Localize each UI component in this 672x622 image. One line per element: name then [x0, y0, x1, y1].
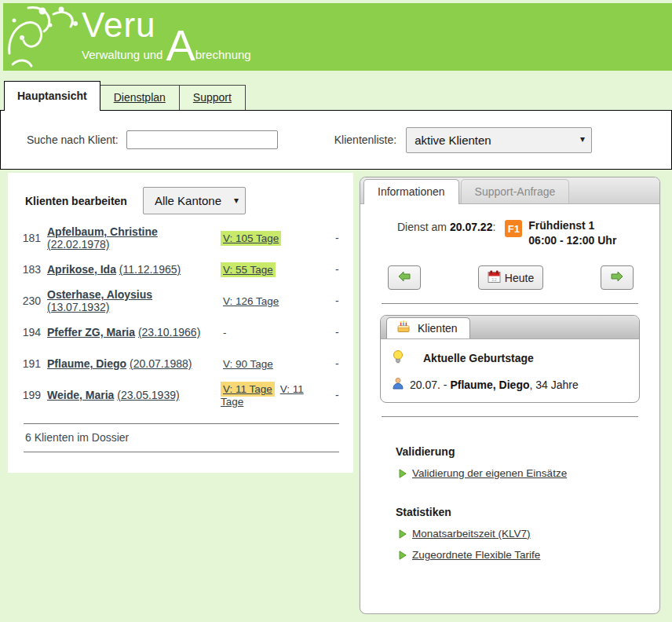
- tab-support[interactable]: Support: [180, 85, 246, 110]
- client-list-select[interactable]: aktive Klienten: [406, 127, 592, 153]
- client-id: 194: [23, 326, 41, 338]
- statistiken-link-row: Zugeordnete Flexible Tarife: [399, 549, 640, 561]
- today-button[interactable]: 12 Heute: [478, 265, 543, 290]
- info-panel: Informationen Support-Anfrage Dienst am …: [360, 177, 660, 614]
- green-triangle-icon: [399, 529, 407, 539]
- validierung-link-row: Validierung der eigenen Einsätze: [399, 467, 640, 479]
- client-row: 183 Aprikose, Ida (11.12.1965) V: 55 Tag…: [24, 254, 339, 285]
- shift-time: 06:00 - 12:00 Uhr: [528, 233, 616, 248]
- client-list-label: Klientenliste:: [334, 134, 396, 146]
- validation-days-badge[interactable]: V: 105 Tage: [221, 231, 281, 246]
- clients-panel-title: Klienten bearbeiten: [25, 195, 127, 207]
- arrow-left-icon: [398, 271, 411, 284]
- birthdays-box-tabstrip: Klienten: [381, 316, 639, 339]
- birthdays-box: Klienten Aktuelle Geburtstage: [380, 315, 640, 403]
- green-triangle-icon: [399, 469, 407, 478]
- client-name-link[interactable]: Apfelbaum, Christine: [47, 225, 158, 238]
- validation-days-badge[interactable]: V: 55 Tage: [221, 262, 276, 277]
- client-name-link[interactable]: Pflaume, Diego: [47, 357, 126, 370]
- client-row: 194 Pfeffer ZG, Maria (23.10.1966) - -: [24, 316, 339, 348]
- validation-days-badge[interactable]: V: 126 Tage: [221, 294, 281, 309]
- clients-panel: Klienten bearbeiten Alle Kantone ▾ 181 A…: [8, 173, 353, 473]
- client-row: 181 Apfelbaum, Christine (22.02.1978) V:…: [24, 222, 339, 254]
- client-id: 230: [23, 295, 41, 307]
- birthdays-heading: Aktuelle Geburtstage: [423, 352, 534, 364]
- birthday-entry: 20.07. - Pflaume, Diego, 34 Jahre: [410, 379, 579, 391]
- app-header: Veru Verwaltung und A brechnung: [3, 3, 672, 71]
- shift-code-badge: F1: [505, 220, 522, 237]
- floral-flourish-decoration: [5, 3, 83, 71]
- client-id: 183: [23, 263, 41, 276]
- tab-hauptansicht[interactable]: Hauptansicht: [4, 81, 100, 111]
- info-tabstrip: Informationen Support-Anfrage: [360, 177, 659, 204]
- search-bar: Suche nach Klient: Klientenliste: aktive…: [0, 110, 672, 170]
- client-name-link[interactable]: Pfeffer ZG, Maria: [47, 326, 135, 338]
- divider: [24, 452, 339, 452]
- divider: [382, 416, 638, 417]
- search-client-label: Suche nach Klient:: [27, 134, 119, 146]
- client-search-input[interactable]: [126, 130, 278, 149]
- tab-informationen[interactable]: Informationen: [363, 179, 459, 204]
- link-zugeordnete-flexible-tarife[interactable]: Zugeordnete Flexible Tarife: [412, 549, 540, 561]
- divider: [382, 303, 638, 304]
- client-id: 191: [23, 357, 41, 370]
- service-info-row: Dienst am 20.07.22: F1 Frühdienst 1 06:0…: [380, 218, 640, 248]
- next-day-button[interactable]: [601, 265, 634, 290]
- client-birthdate-link[interactable]: (22.02.1978): [47, 238, 109, 251]
- link-monatsarbeitszeit[interactable]: Monatsarbeitszeit (KLV7): [412, 528, 531, 540]
- client-birthdate-link[interactable]: (11.12.1965): [119, 263, 181, 276]
- tab-dienstplan[interactable]: Dienstplan: [100, 85, 180, 110]
- statistiken-link-row: Monatsarbeitszeit (KLV7): [399, 528, 640, 540]
- today-button-label: Heute: [505, 272, 534, 284]
- lightbulb-icon: [392, 349, 404, 367]
- client-dash: -: [335, 232, 342, 244]
- app-logo: Veru Verwaltung und A brechnung: [82, 8, 251, 61]
- client-birthdate-link[interactable]: (20.07.1988): [130, 357, 192, 370]
- client-dash: -: [335, 326, 342, 338]
- service-date-label: Dienst am 20.07.22:: [397, 221, 495, 233]
- previous-day-button[interactable]: [388, 265, 421, 290]
- client-row: 230 Osterhase, Aloysius (13.07.1932) V: …: [24, 285, 339, 316]
- svg-text:12: 12: [491, 276, 497, 281]
- link-validierung-eigene-einsaetze[interactable]: Validierung der eigenen Einsätze: [412, 467, 567, 479]
- main-nav-tabs: Hauptansicht Dienstplan Support: [0, 81, 672, 110]
- main-content: Klienten bearbeiten Alle Kantone ▾ 181 A…: [0, 170, 672, 614]
- client-birthdate-link[interactable]: (23.10.1966): [138, 326, 200, 338]
- client-row: 191 Pflaume, Diego (20.07.1988) V: 90 Ta…: [24, 348, 339, 379]
- date-nav-buttons: 12 Heute: [388, 265, 634, 290]
- person-icon: [392, 377, 404, 392]
- logo-subtitle-left: Verwaltung und: [82, 48, 163, 61]
- validation-days-badge[interactable]: V: 90 Tage: [221, 357, 276, 371]
- validierung-section-title: Validierung: [396, 445, 640, 458]
- validation-days-badge: -: [221, 325, 229, 340]
- tab-support-anfrage[interactable]: Support-Anfrage: [461, 179, 570, 203]
- shift-details: Frühdienst 1 06:00 - 12:00 Uhr: [528, 218, 616, 248]
- client-dash: -: [335, 389, 342, 401]
- arrow-right-icon: [611, 271, 623, 284]
- tab-klienten-birthdays[interactable]: Klienten: [386, 317, 470, 338]
- client-dash: -: [335, 295, 342, 307]
- green-triangle-icon: [399, 551, 407, 560]
- calendar-icon: 12: [488, 270, 501, 286]
- client-dash: -: [335, 357, 342, 370]
- shift-name: Frühdienst 1: [528, 218, 616, 233]
- client-name-link[interactable]: Weide, Maria: [47, 389, 114, 401]
- client-dash: -: [335, 263, 342, 276]
- logo-big-a: A: [166, 38, 195, 53]
- client-name-link[interactable]: Aprikose, Ida: [47, 263, 116, 276]
- clients-count-label: 6 Klienten im Dossier: [24, 424, 339, 452]
- client-birthdate-link[interactable]: (23.05.1939): [117, 389, 179, 401]
- logo-subtitle-right: brechnung: [195, 48, 251, 61]
- client-birthdate-link[interactable]: (13.07.1932): [47, 301, 109, 313]
- client-id: 181: [23, 232, 41, 244]
- client-id: 199: [23, 389, 41, 401]
- birthday-cake-icon: [396, 320, 411, 335]
- canton-filter-select[interactable]: Alle Kantone: [143, 187, 246, 214]
- birthdays-tab-label: Klienten: [418, 322, 458, 335]
- client-name-link[interactable]: Osterhase, Aloysius: [47, 288, 152, 301]
- client-row: 199 Weide, Maria (23.05.1939) V: 11 Tage…: [24, 379, 339, 411]
- statistiken-section-title: Statistiken: [396, 506, 640, 518]
